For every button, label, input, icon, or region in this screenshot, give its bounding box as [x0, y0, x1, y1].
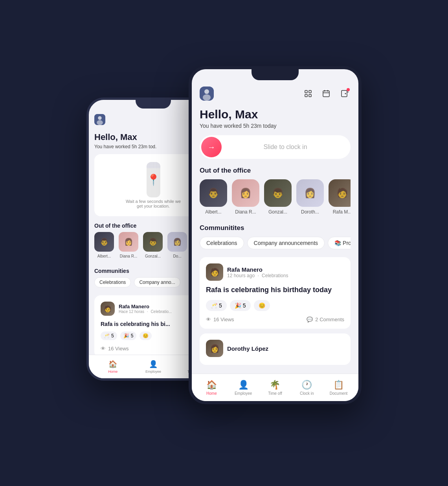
front-avatars-row: 👨 Albert... 👩 Diana R... 👦 — [200, 179, 351, 216]
front-nav-timeoff[interactable]: 🌴 Time off — [259, 380, 291, 396]
person-item[interactable]: 👨 Albert... — [94, 232, 114, 258]
back-reaction-party[interactable]: 🎉 5 — [120, 331, 137, 340]
slide-to-clock-container[interactable]: → Slide to clock in — [200, 135, 351, 159]
person-avatar-3: 👦 — [143, 232, 163, 252]
person-item[interactable]: 👩 Diana R... — [232, 179, 259, 215]
front-person-name-2: Diana R... — [235, 209, 256, 215]
front-nav-clockin[interactable]: 🕐 Clock in — [291, 380, 323, 396]
back-tag-celebrations[interactable]: Celebrations — [94, 277, 131, 287]
front-reaction-champagne[interactable]: 🥂 5 — [206, 300, 227, 311]
front-phone-header — [192, 83, 358, 104]
comments-icon: 💬 — [307, 317, 313, 322]
home-icon: 🏠 — [108, 360, 117, 368]
front-communities-section: Communitites Celebrations Company announ… — [200, 224, 351, 251]
slide-text: Slide to clock in — [222, 144, 349, 151]
front-greeting: Hello, Max — [200, 105, 351, 123]
front-out-of-office-title: Out of the office — [200, 167, 351, 175]
front-views-stat: 👁 16 Views — [206, 317, 234, 322]
front-phone: Hello, Max You have worked 5h 23m today … — [189, 66, 362, 404]
person-avatar-1: 👨 — [94, 232, 114, 252]
front-bottom-nav: 🏠 Home 👤 Employee 🌴 Time off 🕐 Clock in … — [192, 374, 358, 401]
front-post-author: Rafa Manero — [227, 266, 344, 273]
person-item[interactable]: 🧑 Rafa M... — [329, 179, 351, 215]
document-icon: 📋 — [333, 380, 344, 390]
svg-rect-16 — [323, 91, 329, 97]
front-person-name-5: Rafa M... — [333, 209, 351, 215]
header-icons — [302, 87, 351, 100]
front-phone-notch — [252, 69, 299, 80]
map-visual: 📍 — [147, 162, 160, 197]
home-icon: 🏠 — [206, 380, 217, 390]
front-nav-employee[interactable]: 👤 Employee — [228, 380, 259, 396]
front-tag-celebrations[interactable]: Celebrations — [200, 237, 244, 249]
front-post2-meta: Dorothy López — [227, 345, 344, 352]
front-person-avatar-5: 🧑 — [329, 179, 351, 207]
tasks-icon-btn[interactable] — [302, 87, 314, 100]
calendar-icon-btn[interactable] — [320, 87, 332, 100]
back-tag-company-anno[interactable]: Company anno... — [134, 277, 180, 287]
person-item[interactable]: 👩 Do... — [167, 232, 187, 258]
svg-rect-15 — [309, 94, 311, 97]
front-person-avatar-3: 👦 — [264, 179, 292, 207]
front-phone-content: Hello, Max You have worked 5h 23m today … — [192, 69, 358, 401]
back-views-stat: 👁 16 Views — [101, 346, 129, 352]
back-reaction-smile[interactable]: 😊 — [140, 331, 152, 340]
back-phone-notch — [136, 100, 171, 109]
person-name-4: Do... — [173, 254, 181, 258]
svg-point-21 — [345, 93, 346, 94]
svg-rect-20 — [342, 90, 347, 97]
location-text: Wait a few seconds while weget your loca… — [126, 199, 181, 208]
clockin-icon: 🕐 — [301, 380, 312, 390]
person-name-3: Gonzal... — [145, 254, 161, 258]
front-post-title: Rafa is celebrating his birthday today — [206, 285, 344, 295]
slide-button[interactable]: → — [201, 137, 222, 157]
person-avatar-2: 👩 — [119, 232, 138, 252]
front-comments-stat: 💬 2 Comments — [307, 317, 344, 322]
person-item[interactable]: 👦 Gonzal... — [264, 179, 292, 215]
front-post-author-avatar: 🧑 — [206, 263, 223, 281]
front-nav-document[interactable]: 📋 Document — [323, 380, 354, 396]
front-person-name-3: Gonzal... — [268, 209, 287, 215]
person-item[interactable]: 👩 Doroth... — [296, 179, 324, 215]
person-name-1: Albert... — [97, 254, 111, 258]
person-item[interactable]: 👦 Gonzal... — [143, 232, 163, 258]
person-name-2: Diana R... — [120, 254, 137, 258]
front-post-card-2[interactable]: 👩 Dorothy López — [200, 333, 351, 365]
avatar[interactable] — [200, 87, 214, 101]
person-item[interactable]: 👩 Diana R... — [119, 232, 138, 258]
person-item[interactable]: 👨 Albert... — [200, 179, 227, 215]
front-post2-avatar: 👩 — [206, 340, 223, 357]
door-icon-btn[interactable] — [338, 87, 351, 100]
notification-badge — [347, 88, 350, 91]
front-person-name-1: Albert... — [205, 209, 221, 215]
front-reactions-row: 🥂 5 🎉 5 😊 — [206, 300, 344, 311]
front-post-stats: 👁 16 Views 💬 2 Comments — [206, 317, 344, 322]
map-pin-icon: 📍 — [147, 173, 160, 186]
front-post-meta: Rafa Manero 12 hours ago · Celebrations — [227, 266, 344, 278]
front-tags-row: Celebrations Company announcements 📚Pro.… — [200, 237, 351, 251]
svg-point-10 — [204, 89, 209, 94]
svg-rect-12 — [305, 90, 307, 93]
front-nav-home[interactable]: 🏠 Home — [196, 380, 228, 396]
slide-arrow: → — [207, 143, 215, 152]
employee-icon: 👤 — [149, 360, 158, 368]
front-post-header: 🧑 Rafa Manero 12 hours ago · Celebration… — [206, 263, 344, 281]
timeoff-icon: 🌴 — [270, 380, 280, 390]
svg-point-11 — [203, 94, 211, 101]
front-post2-header: 👩 Dorothy López — [206, 340, 344, 357]
front-person-avatar-4: 👩 — [296, 179, 324, 207]
back-nav-home[interactable]: 🏠 Home — [93, 360, 133, 374]
front-post-card[interactable]: 🧑 Rafa Manero 12 hours ago · Celebration… — [200, 257, 351, 329]
views-icon: 👁 — [206, 317, 211, 322]
person-avatar-4: 👩 — [167, 232, 187, 252]
front-tag-company-announcements[interactable]: Company announcements — [247, 237, 325, 249]
back-reaction-champagne[interactable]: 🥂 5 — [101, 331, 117, 340]
front-tag-pro[interactable]: 📚Pro... — [328, 237, 351, 249]
avatar[interactable] — [94, 114, 105, 125]
back-nav-employee[interactable]: 👤 Employee — [133, 360, 174, 374]
employee-icon: 👤 — [238, 380, 249, 390]
front-person-name-4: Doroth... — [301, 209, 319, 215]
front-post2-author: Dorothy López — [227, 345, 344, 352]
front-reaction-smile[interactable]: 😊 — [254, 300, 270, 311]
front-reaction-party[interactable]: 🎉 5 — [230, 300, 251, 311]
